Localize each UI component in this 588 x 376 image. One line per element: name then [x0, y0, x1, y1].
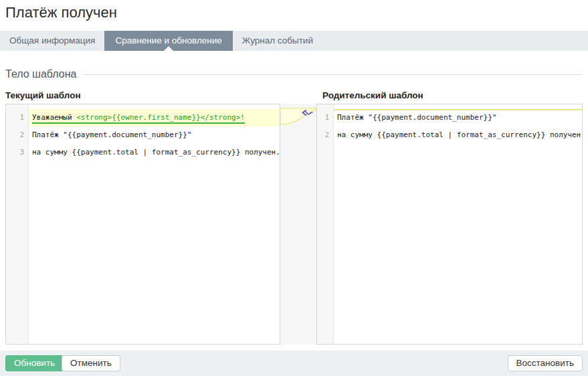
parent-template-code: 1 Платёж "{{payment.document_number}}" 2…	[317, 104, 582, 144]
inserted-markup-segment: <strong>{{owner.first_name}}</strong>!	[76, 113, 245, 124]
current-template-label: Текущий шаблон	[5, 90, 81, 100]
line-number: 2	[317, 126, 334, 144]
section-divider	[83, 74, 583, 75]
line-number: 1	[317, 109, 334, 126]
cancel-button[interactable]: Отменить	[62, 355, 120, 371]
tab-bar: Общая информация Сравнение и обновление …	[0, 31, 588, 51]
code-line-row: 2 Платёж "{{payment.document_number}}"	[6, 126, 280, 144]
tab-compare-update-label: Сравнение и обновление	[115, 35, 221, 45]
template-detail-page: Платёж получен Общая информация Сравнени…	[0, 0, 588, 376]
merge-gap-gutter	[280, 104, 316, 345]
parent-template-label: Родительский шаблон	[322, 90, 423, 100]
parent-template-editor[interactable]: 1 Платёж "{{payment.document_number}}" 2…	[316, 104, 583, 345]
action-footer: Обновить Отменить Восстановить	[0, 351, 588, 376]
line-number: 1	[6, 109, 29, 126]
code-line: Уважаемый <strong>{{owner.first_name}}</…	[29, 109, 280, 126]
code-line: Платёж "{{payment.document_number}}"	[29, 126, 280, 144]
squiggle-arrow-left-icon[interactable]	[301, 109, 314, 116]
line-number: 3	[6, 144, 29, 161]
active-tab-notch	[164, 46, 173, 51]
line-number: 2	[6, 126, 29, 144]
code-line-row: 2 на сумму {{payment.total | format_as_c…	[317, 126, 582, 144]
inserted-text-segment: Уважаемый	[32, 113, 76, 124]
section-title: Тело шаблона	[5, 68, 76, 80]
update-button[interactable]: Обновить	[5, 355, 64, 371]
page-title: Платёж получен	[5, 4, 117, 21]
code-line: на сумму {{payment.total | format_as_cur…	[334, 126, 582, 144]
merge-view: 1 Уважаемый <strong>{{owner.first_name}}…	[5, 104, 583, 345]
tab-general-info[interactable]: Общая информация	[0, 31, 104, 51]
code-line: на сумму {{payment.total | format_as_cur…	[29, 144, 280, 161]
diff-inserted-line: 1 Уважаемый <strong>{{owner.first_name}}…	[6, 109, 280, 126]
code-line-row: 3 на сумму {{payment.total | format_as_c…	[6, 144, 280, 161]
code-line: Платёж "{{payment.document_number}}"	[334, 109, 582, 126]
tab-event-log[interactable]: Журнал событий	[233, 31, 322, 51]
code-line-row: 1 Платёж "{{payment.document_number}}"	[317, 109, 582, 126]
current-template-code: 1 Уважаемый <strong>{{owner.first_name}}…	[6, 104, 280, 161]
tab-compare-update[interactable]: Сравнение и обновление	[104, 31, 232, 51]
section-heading-row: Тело шаблона	[5, 68, 583, 80]
restore-button[interactable]: Восстановить	[508, 355, 583, 371]
current-template-editor[interactable]: 1 Уважаемый <strong>{{owner.first_name}}…	[5, 104, 280, 345]
